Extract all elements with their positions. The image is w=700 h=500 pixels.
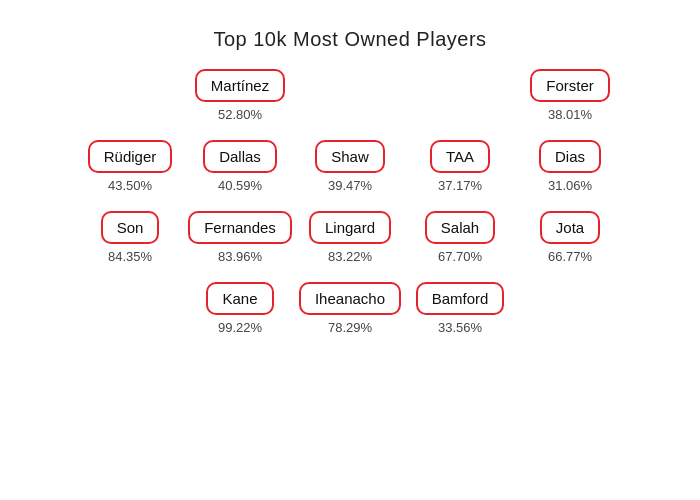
player-card: TAA: [430, 140, 490, 173]
player-pct: 83.96%: [218, 249, 262, 264]
chart-area: Martínez52.80%Forster38.01%Rüdiger43.50%…: [10, 69, 690, 335]
player-row-1: Rüdiger43.50%Dallas40.59%Shaw39.47%TAA37…: [10, 140, 690, 193]
player-pct: 66.77%: [548, 249, 592, 264]
player-pct: 33.56%: [438, 320, 482, 335]
player-row-2: Son84.35%Fernandes83.96%Lingard83.22%Sal…: [10, 211, 690, 264]
player-card: Martínez: [195, 69, 285, 102]
player-row-0: Martínez52.80%Forster38.01%: [10, 69, 690, 122]
player-card: Jota: [540, 211, 600, 244]
player-block: Martínez52.80%: [185, 69, 295, 122]
player-pct: 78.29%: [328, 320, 372, 335]
player-pct: 67.70%: [438, 249, 482, 264]
player-block: TAA37.17%: [405, 140, 515, 193]
player-block: Dias31.06%: [515, 140, 625, 193]
player-card: Forster: [530, 69, 610, 102]
player-block: Kane99.22%: [185, 282, 295, 335]
player-pct: 38.01%: [548, 107, 592, 122]
player-block: Dallas40.59%: [185, 140, 295, 193]
player-block: Jota66.77%: [515, 211, 625, 264]
player-pct: 83.22%: [328, 249, 372, 264]
player-card: Shaw: [315, 140, 385, 173]
player-row-3: Kane99.22%Iheanacho78.29%Bamford33.56%: [10, 282, 690, 335]
player-card: Bamford: [416, 282, 505, 315]
player-block: Fernandes83.96%: [185, 211, 295, 264]
player-card: Son: [101, 211, 160, 244]
player-pct: 84.35%: [108, 249, 152, 264]
player-block: Forster38.01%: [515, 69, 625, 122]
player-pct: 52.80%: [218, 107, 262, 122]
player-card: Dallas: [203, 140, 277, 173]
player-pct: 99.22%: [218, 320, 262, 335]
player-pct: 43.50%: [108, 178, 152, 193]
player-card: Dias: [539, 140, 601, 173]
player-block: Son84.35%: [75, 211, 185, 264]
player-card: Iheanacho: [299, 282, 401, 315]
player-card: Fernandes: [188, 211, 292, 244]
player-card: Lingard: [309, 211, 391, 244]
player-pct: 31.06%: [548, 178, 592, 193]
player-block: Lingard83.22%: [295, 211, 405, 264]
player-pct: 39.47%: [328, 178, 372, 193]
player-pct: 37.17%: [438, 178, 482, 193]
player-card: Kane: [206, 282, 273, 315]
player-block: Bamford33.56%: [405, 282, 515, 335]
player-block: Iheanacho78.29%: [295, 282, 405, 335]
player-block: Salah67.70%: [405, 211, 515, 264]
player-block: Rüdiger43.50%: [75, 140, 185, 193]
player-card: Salah: [425, 211, 495, 244]
player-block: Shaw39.47%: [295, 140, 405, 193]
player-pct: 40.59%: [218, 178, 262, 193]
player-card: Rüdiger: [88, 140, 173, 173]
chart-title: Top 10k Most Owned Players: [213, 28, 486, 51]
